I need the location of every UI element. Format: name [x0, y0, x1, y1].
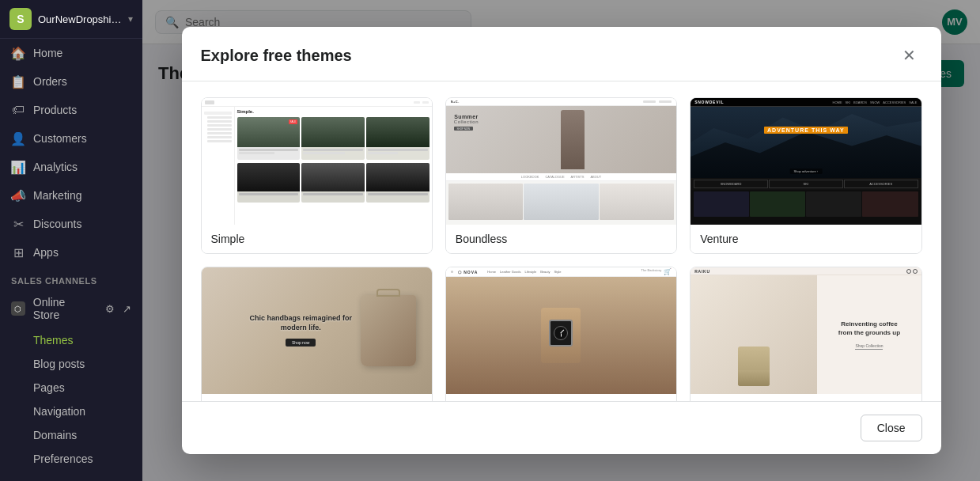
sidebar-item-label: Orders	[33, 75, 67, 88]
explore-themes-modal: Explore free themes ✕	[182, 27, 941, 454]
theme-card-nova[interactable]: ⬡ NOVA Home Leather Goods Lifestyle Beau…	[445, 267, 677, 401]
theme-card-raiku[interactable]: RAIKU	[690, 267, 921, 401]
online-store-label: Online Store	[33, 296, 94, 321]
sidebar-item-label: Home	[33, 47, 62, 59]
theme-name-venture: Venture	[691, 225, 921, 253]
sidebar-sub-item-themes[interactable]: Themes	[0, 328, 142, 352]
sidebar-item-label: Analytics	[33, 161, 78, 173]
close-button[interactable]: Close	[861, 415, 922, 441]
theme-name-boundless: Boundless	[446, 225, 676, 253]
sidebar-header[interactable]: S OurNewDropshippin... ▾	[0, 0, 142, 39]
sidebar-item-label: Discounts	[33, 218, 81, 230]
products-icon: 🏷	[11, 103, 25, 117]
theme-name-nova: Nova	[446, 394, 676, 401]
sidebar-item-orders[interactable]: 📋 Orders	[0, 67, 142, 96]
store-dropdown-icon[interactable]: ▾	[128, 13, 133, 25]
sidebar-item-products[interactable]: 🏷 Products	[0, 96, 142, 124]
home-icon: 🏠	[11, 46, 25, 60]
theme-name-brooklyn: Brooklyn	[202, 394, 432, 401]
marketing-icon: 📣	[11, 188, 25, 203]
modal-footer: Close	[182, 401, 941, 454]
apps-icon: ⊞	[11, 245, 25, 259]
domains-label: Domains	[33, 429, 77, 441]
theme-card-brooklyn[interactable]: Chic handbags reimagined for modern life…	[201, 267, 433, 401]
modal-body[interactable]: Simple. SALE	[182, 81, 941, 401]
blog-posts-label: Blog posts	[33, 358, 85, 370]
sidebar-sub-item-navigation[interactable]: Navigation	[0, 400, 142, 423]
sidebar-sub-item-domains[interactable]: Domains	[0, 423, 142, 447]
sidebar-item-discounts[interactable]: ✂ Discounts	[0, 210, 142, 238]
sidebar-item-label: Apps	[33, 246, 59, 259]
customers-icon: 👤	[11, 131, 25, 146]
preferences-label: Preferences	[33, 453, 93, 465]
sales-channels-label: SALES CHANNELS	[0, 267, 142, 289]
theme-preview-brooklyn: Chic handbags reimagined for modern life…	[202, 267, 432, 394]
shopify-logo-icon: S	[9, 8, 32, 30]
sidebar: S OurNewDropshippin... ▾ 🏠 Home 📋 Orders…	[0, 0, 142, 481]
online-store-external-icon[interactable]: ↗	[123, 303, 131, 315]
sidebar-sub-item-pages[interactable]: Pages	[0, 376, 142, 400]
theme-name-simple: Simple	[202, 225, 432, 253]
sidebar-item-customers[interactable]: 👤 Customers	[0, 124, 142, 153]
analytics-icon: 📊	[11, 160, 25, 174]
theme-preview-venture: SNOWDEVIL HOME SKI BOARDS SNOW ACCESSORI…	[691, 98, 921, 225]
sidebar-item-marketing[interactable]: 📣 Marketing	[0, 181, 142, 210]
modal-close-button[interactable]: ✕	[897, 43, 922, 68]
sidebar-sub-item-blog-posts[interactable]: Blog posts	[0, 352, 142, 376]
sidebar-item-label: Marketing	[33, 189, 81, 202]
sidebar-item-apps[interactable]: ⊞ Apps	[0, 238, 142, 267]
themes-label: Themes	[33, 334, 74, 347]
discounts-icon: ✂	[11, 217, 25, 231]
store-name: OurNewDropshippin...	[38, 13, 122, 25]
sidebar-item-online-store[interactable]: ⬡ Online Store ⚙ ↗	[0, 289, 142, 328]
theme-card-boundless[interactable]: N+C.	[445, 97, 677, 254]
navigation-label: Navigation	[33, 405, 85, 418]
pages-label: Pages	[33, 381, 65, 394]
theme-preview-raiku: RAIKU	[691, 267, 921, 394]
sidebar-item-label: Products	[33, 104, 77, 116]
main-content: 🔍 MV Themes Visit Online Store Explore f…	[142, 0, 980, 481]
online-store-settings-icon[interactable]: ⚙	[105, 303, 115, 315]
orders-icon: 📋	[11, 74, 25, 89]
theme-card-simple[interactable]: Simple. SALE	[201, 97, 433, 254]
theme-preview-boundless: N+C.	[446, 98, 676, 225]
online-store-icon: ⬡	[11, 301, 25, 316]
modal-overlay[interactable]: Explore free themes ✕	[142, 0, 980, 481]
themes-grid: Simple. SALE	[201, 97, 922, 401]
theme-name-raiku: Raiku	[691, 394, 921, 401]
theme-preview-simple: Simple. SALE	[202, 98, 432, 225]
theme-card-venture[interactable]: SNOWDEVIL HOME SKI BOARDS SNOW ACCESSORI…	[690, 97, 921, 254]
sidebar-sub-item-preferences[interactable]: Preferences	[0, 447, 142, 471]
theme-preview-nova: ⬡ NOVA Home Leather Goods Lifestyle Beau…	[446, 267, 676, 394]
modal-title: Explore free themes	[201, 47, 352, 65]
modal-header: Explore free themes ✕	[182, 27, 941, 81]
sidebar-item-home[interactable]: 🏠 Home	[0, 39, 142, 67]
sidebar-item-label: Customers	[33, 132, 87, 145]
sidebar-item-analytics[interactable]: 📊 Analytics	[0, 153, 142, 181]
